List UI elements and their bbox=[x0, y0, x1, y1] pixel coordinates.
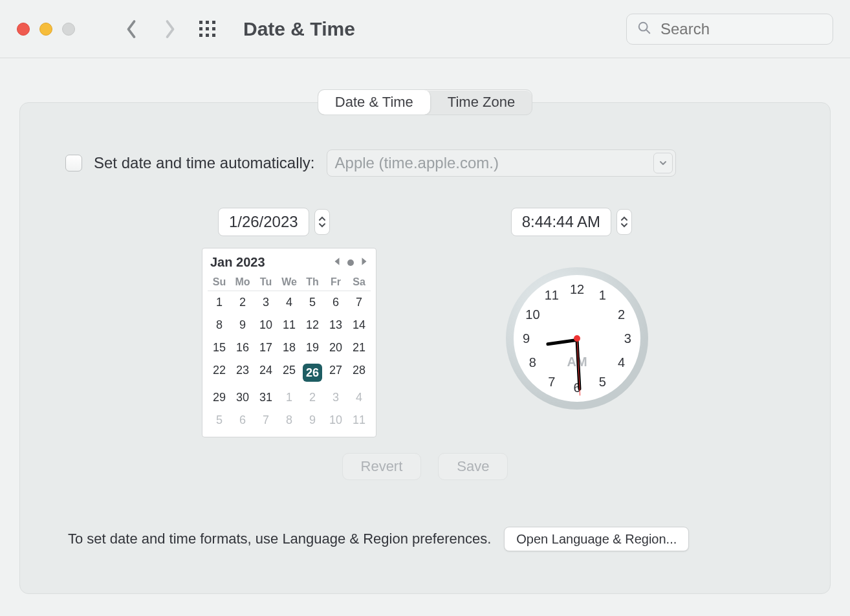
calendar-day[interactable]: 29 bbox=[208, 386, 231, 409]
calendar-day[interactable]: 24 bbox=[254, 359, 278, 386]
calendar-day[interactable]: 27 bbox=[324, 359, 347, 386]
calendar-day[interactable]: 8 bbox=[208, 314, 231, 336]
calendar-day[interactable]: 26 bbox=[301, 359, 324, 386]
tab-bar: Date & Time Time Zone bbox=[19, 89, 831, 115]
calendar-dow: Mo bbox=[231, 274, 254, 291]
calendar-day[interactable]: 31 bbox=[254, 386, 278, 409]
calendar-day[interactable]: 23 bbox=[231, 359, 254, 386]
tab-date-time[interactable]: Date & Time bbox=[318, 90, 431, 115]
svg-line-10 bbox=[646, 29, 650, 33]
calendar-day[interactable]: 18 bbox=[278, 336, 301, 359]
calendar-day[interactable]: 25 bbox=[278, 359, 301, 386]
calendar-day[interactable]: 21 bbox=[347, 336, 371, 359]
calendar-dow: Sa bbox=[347, 274, 371, 291]
calendar-day[interactable]: 7 bbox=[347, 291, 371, 314]
chevron-up-icon bbox=[620, 215, 628, 222]
time-stepper[interactable] bbox=[616, 209, 632, 235]
auto-set-label: Set date and time automatically: bbox=[94, 154, 315, 172]
svg-rect-0 bbox=[199, 21, 202, 24]
calendar-month-label: Jan 2023 bbox=[210, 255, 333, 270]
chevron-down-icon bbox=[620, 222, 628, 228]
calendar-day: 3 bbox=[324, 386, 347, 409]
calendar-day[interactable]: 19 bbox=[301, 336, 324, 359]
calendar-day[interactable]: 2 bbox=[231, 291, 254, 314]
search-field[interactable] bbox=[626, 14, 833, 45]
revert-button[interactable]: Revert bbox=[342, 453, 422, 480]
close-window-button[interactable] bbox=[17, 23, 30, 36]
clock-pivot bbox=[574, 335, 580, 342]
svg-rect-7 bbox=[206, 34, 209, 37]
zoom-window-button[interactable] bbox=[62, 23, 75, 36]
window-controls bbox=[17, 23, 75, 36]
calendar-dow: Th bbox=[301, 274, 324, 291]
show-all-icon[interactable] bbox=[198, 19, 217, 39]
minimize-window-button[interactable] bbox=[39, 23, 52, 36]
calendar-day[interactable]: 17 bbox=[254, 336, 278, 359]
toolbar: Date & Time bbox=[0, 0, 850, 58]
calendar-day[interactable]: 6 bbox=[324, 291, 347, 314]
date-stepper[interactable] bbox=[314, 209, 330, 235]
calendar-day[interactable]: 10 bbox=[254, 314, 278, 336]
calendar-day[interactable]: 5 bbox=[301, 291, 324, 314]
forward-button[interactable] bbox=[159, 16, 181, 42]
save-button[interactable]: Save bbox=[438, 453, 508, 480]
svg-rect-2 bbox=[212, 21, 215, 24]
calendar-dow: Fr bbox=[324, 274, 347, 291]
calendar-day[interactable]: 30 bbox=[231, 386, 254, 409]
calendar-next-button[interactable] bbox=[360, 257, 368, 269]
calendar-day: 9 bbox=[301, 409, 324, 432]
auto-set-row: Set date and time automatically: Apple (… bbox=[65, 149, 785, 177]
page-title: Date & Time bbox=[243, 18, 355, 40]
time-server-combo[interactable]: Apple (time.apple.com.) bbox=[327, 149, 676, 177]
calendar-day[interactable]: 28 bbox=[347, 359, 371, 386]
time-server-value: Apple (time.apple.com.) bbox=[335, 154, 499, 172]
auto-set-checkbox[interactable] bbox=[65, 155, 82, 171]
open-language-region-button[interactable]: Open Language & Region... bbox=[504, 527, 689, 551]
search-icon bbox=[637, 21, 659, 38]
clock-face: 12 1 2 3 4 5 6 7 8 9 10 11 AM bbox=[514, 275, 640, 402]
preferences-panel: Set date and time automatically: Apple (… bbox=[19, 102, 831, 594]
calendar-day[interactable]: 22 bbox=[208, 359, 231, 386]
calendar-day[interactable]: 14 bbox=[347, 314, 371, 336]
calendar-day: 4 bbox=[347, 386, 371, 409]
calendar-day[interactable]: 1 bbox=[208, 291, 231, 314]
svg-rect-6 bbox=[199, 34, 202, 37]
calendar-today-button[interactable] bbox=[347, 259, 354, 266]
calendar-prev-button[interactable] bbox=[333, 257, 341, 269]
calendar-day[interactable]: 4 bbox=[278, 291, 301, 314]
calendar-day: 6 bbox=[231, 409, 254, 432]
svg-rect-4 bbox=[206, 27, 209, 30]
tab-time-zone[interactable]: Time Zone bbox=[431, 90, 532, 115]
calendar-dow: Tu bbox=[254, 274, 278, 291]
footer-hint: To set date and time formats, use Langua… bbox=[68, 531, 491, 547]
calendar-dow: Su bbox=[208, 274, 231, 291]
calendar-day[interactable]: 16 bbox=[231, 336, 254, 359]
calendar-day[interactable]: 11 bbox=[278, 314, 301, 336]
calendar-day[interactable]: 20 bbox=[324, 336, 347, 359]
calendar-dow: We bbox=[278, 274, 301, 291]
time-field[interactable]: 8:44:44 AM bbox=[511, 208, 611, 236]
calendar-day[interactable]: 15 bbox=[208, 336, 231, 359]
calendar-day: 1 bbox=[278, 386, 301, 409]
back-button[interactable] bbox=[120, 16, 142, 42]
svg-rect-3 bbox=[199, 27, 202, 30]
calendar-day[interactable]: 3 bbox=[254, 291, 278, 314]
calendar[interactable]: Jan 2023 SuMoTuWeThFrSa 1234567891011121… bbox=[202, 248, 376, 437]
calendar-day[interactable]: 9 bbox=[231, 314, 254, 336]
calendar-day[interactable]: 12 bbox=[301, 314, 324, 336]
svg-rect-1 bbox=[206, 21, 209, 24]
calendar-day[interactable]: 13 bbox=[324, 314, 347, 336]
calendar-day: 2 bbox=[301, 386, 324, 409]
date-editor: 1/26/2023 bbox=[218, 208, 330, 236]
date-field[interactable]: 1/26/2023 bbox=[218, 208, 309, 236]
combo-disclose-button[interactable] bbox=[653, 153, 673, 173]
search-input[interactable] bbox=[659, 19, 822, 39]
svg-marker-11 bbox=[335, 258, 340, 265]
svg-marker-12 bbox=[362, 258, 367, 265]
chevron-down-icon bbox=[318, 222, 326, 228]
calendar-day: 7 bbox=[254, 409, 278, 432]
calendar-day: 8 bbox=[278, 409, 301, 432]
analog-clock[interactable]: 12 1 2 3 4 5 6 7 8 9 10 11 AM bbox=[506, 267, 648, 410]
svg-rect-5 bbox=[212, 27, 215, 30]
chevron-up-icon bbox=[318, 215, 326, 222]
